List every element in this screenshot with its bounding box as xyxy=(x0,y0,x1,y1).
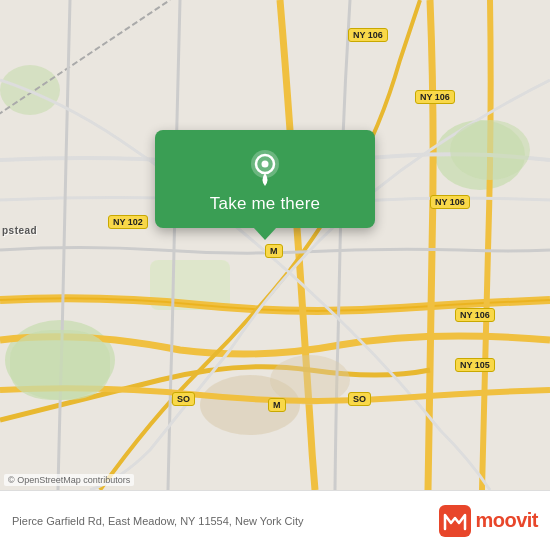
moovit-logo: moovit xyxy=(439,505,538,537)
take-me-there-button[interactable]: Take me there xyxy=(210,194,320,214)
bottom-bar: Pierce Garfield Rd, East Meadow, NY 1155… xyxy=(0,490,550,550)
moovit-text: moovit xyxy=(475,509,538,532)
park-area-left xyxy=(10,330,110,400)
road-badge-ny106-3: NY 106 xyxy=(430,195,470,209)
osm-attribution: © OpenStreetMap contributors xyxy=(4,474,134,486)
location-popup: Take me there xyxy=(155,130,375,228)
hempstead-label: pstead xyxy=(2,225,37,236)
address-label: Pierce Garfield Rd, East Meadow, NY 1155… xyxy=(12,515,439,527)
road-badge-ny106-2: NY 106 xyxy=(415,90,455,104)
road-badge-m-2: M xyxy=(268,398,286,412)
map-container: NY 106 NY 106 NY 106 NY 106 NY 105 NY 10… xyxy=(0,0,550,490)
location-pin-icon xyxy=(246,148,284,186)
road-badge-ny105: NY 105 xyxy=(455,358,495,372)
svg-point-10 xyxy=(262,161,269,168)
road-badge-so-2: SO xyxy=(348,392,371,406)
road-badge-ny106-4: NY 106 xyxy=(455,308,495,322)
road-badge-ny106-1: NY 106 xyxy=(348,28,388,42)
park-area-right xyxy=(450,120,530,180)
road-badge-so-1: SO xyxy=(172,392,195,406)
moovit-logo-icon xyxy=(439,505,471,537)
road-badge-m-1: M xyxy=(265,244,283,258)
road-badge-ny102: NY 102 xyxy=(108,215,148,229)
